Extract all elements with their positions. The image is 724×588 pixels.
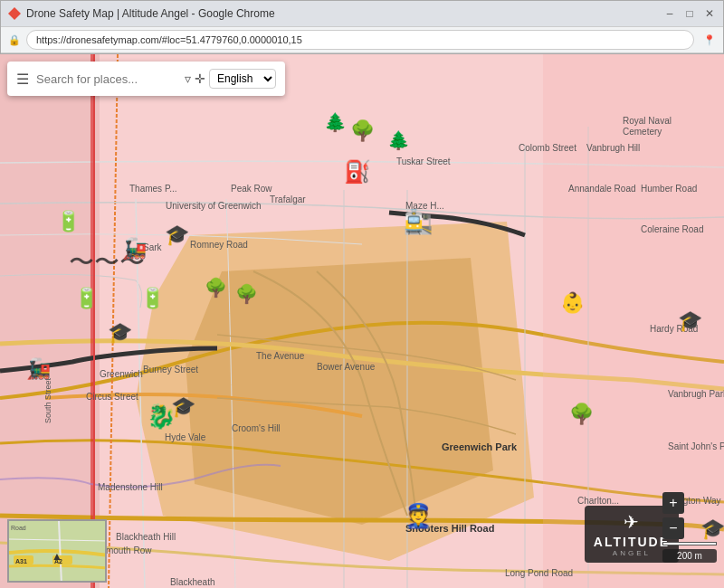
road-label-university: University of Greenwich	[166, 201, 262, 211]
tree-icon-4: 🌳	[235, 283, 258, 305]
zoom-out-button[interactable]: −	[662, 517, 684, 539]
tree-icon-2: 🌲	[387, 129, 410, 151]
road-label-park: Greenwich Park	[442, 441, 517, 452]
road-label-charlton: Charlton...	[577, 496, 619, 506]
altitude-logo-title: ALTITUDE	[594, 535, 670, 549]
app-icon	[8, 7, 21, 20]
battery-icon-1: 🔋	[56, 210, 81, 233]
road-label-greenwich-s: Greenwich	[100, 369, 143, 379]
altitude-wing-icon: ✈	[594, 511, 670, 533]
title-bar-left: Drone Safety Map | Altitude Angel - Goog…	[8, 7, 275, 20]
police-icon: 👮	[404, 502, 433, 530]
language-select[interactable]: English French German	[209, 69, 276, 89]
filter-icon[interactable]: ▿	[185, 71, 191, 86]
road-label-blackheath: Blackheath	[170, 577, 214, 587]
road-label-naval: Royal Naval	[623, 116, 672, 126]
train-station-icon: 🚉	[404, 208, 433, 236]
graduation-icon-4: 🎓	[678, 309, 702, 333]
title-bar: Drone Safety Map | Altitude Angel - Goog…	[1, 1, 723, 26]
scale-line	[662, 542, 717, 545]
tree-icon-5: 🌳	[569, 403, 594, 426]
road-label-romney: Romney Road	[190, 240, 248, 250]
altitude-logo-sub: ANGEL	[594, 549, 670, 557]
mini-map-inner: A31 A2 Road ▲	[9, 521, 105, 581]
map-container[interactable]: ☰ ▿ ✛ English French German 🔋 🚂 🌳 🌲 ⛽ 🎓 …	[0, 54, 724, 588]
road-label-blackheath-hill: Blackheath Hill	[116, 532, 176, 542]
battery-icon-2: 🔋	[74, 287, 99, 310]
zone-boundary-line	[93, 54, 95, 588]
search-input[interactable]	[36, 72, 181, 86]
road-label-colomb: Colomb Street	[519, 143, 576, 153]
tree-icon-1: 🌳	[350, 119, 375, 143]
fuel-icon: ⛽	[344, 159, 371, 185]
road-label-coleraine: Coleraine Road	[641, 224, 704, 234]
road-label-south-st: South Street	[43, 378, 52, 423]
url-text: https://dronesafetymap.com/#loc=51.47797…	[36, 34, 302, 45]
graduation-icon-2: 🎓	[108, 321, 132, 345]
maximize-button[interactable]: □	[683, 7, 696, 20]
road-label-bower: Bower Avenue	[317, 362, 375, 372]
menu-icon[interactable]: ☰	[16, 71, 29, 88]
road-label-vanbrugh-hill: Vanbrugh Hill	[586, 143, 640, 153]
search-bar[interactable]: ☰ ▿ ✛ English French German	[7, 62, 285, 96]
close-button[interactable]: ✕	[703, 7, 716, 20]
tree-icon-6: 🌲	[324, 111, 347, 133]
zoom-in-button[interactable]: +	[662, 492, 684, 514]
dragon-icon: 🐉	[147, 403, 176, 431]
baby-icon: 👶	[560, 291, 585, 315]
tree-icon-3: 🌳	[205, 277, 227, 299]
battery-icon-3: 🔋	[140, 287, 165, 310]
road-label-madstone: Madenstone Hill	[98, 482, 163, 492]
svg-text:A31: A31	[15, 558, 27, 564]
road-label-tuskar: Tuskar Street	[396, 156, 451, 166]
location-services-icon: 📍	[703, 34, 716, 46]
road-label-burney: Burney Street	[143, 365, 198, 375]
svg-marker-4	[0, 54, 100, 588]
scale-bar: + − 200 m	[662, 492, 717, 563]
mini-map-cursor: ▲	[52, 550, 62, 563]
mini-map[interactable]: A31 A2 Road ▲	[7, 519, 107, 583]
browser-window: Drone Safety Map | Altitude Angel - Goog…	[0, 0, 724, 54]
road-label-avenue: The Avenue	[256, 351, 304, 361]
road-label-peak: Peak Row	[231, 184, 272, 194]
road-label-annandale: Annandale Road	[568, 184, 636, 194]
road-label-johns: Saint John's Park	[668, 441, 724, 451]
road-label-trafalgar: Trafalgar	[270, 194, 306, 204]
scale-label: 200 m	[662, 549, 717, 563]
road-label-cemetery: Cemetery	[623, 127, 662, 137]
minimize-button[interactable]: –	[663, 7, 676, 20]
window-controls[interactable]: – □ ✕	[663, 7, 716, 20]
address-bar-row: 🔒 https://dronesafetymap.com/#loc=51.477…	[1, 26, 723, 53]
road-label-thames: Thames P...	[129, 184, 177, 194]
train-icon-2: 🚂	[26, 357, 51, 381]
graduation-icon-1: 🎓	[165, 223, 189, 247]
svg-text:Road: Road	[11, 525, 26, 531]
road-label-hyde: Hyde Vale	[165, 432, 205, 442]
road-label-longpond: Long Pond Road	[505, 568, 573, 578]
window-title: Drone Safety Map | Altitude Angel - Goog…	[26, 7, 275, 20]
road-label-humber: Humber Road	[641, 184, 697, 194]
crosshair-icon[interactable]: ✛	[195, 71, 205, 86]
road-label-crooms: Croom's Hill	[232, 423, 281, 433]
address-bar[interactable]: https://dronesafetymap.com/#loc=51.47797…	[26, 30, 694, 50]
train-icon-1: 🚂	[122, 237, 147, 261]
road-label-vanbrugh: Vanbrugh Park	[668, 389, 724, 399]
lock-icon: 🔒	[8, 34, 21, 46]
road-label-circus: Circus Street	[86, 392, 138, 402]
